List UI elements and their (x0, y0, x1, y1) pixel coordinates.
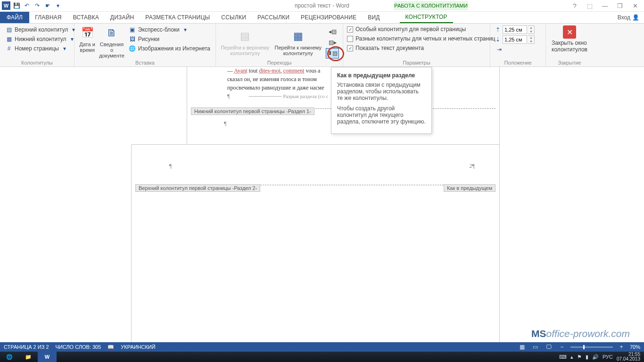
volume-icon[interactable]: 🔊 (592, 354, 599, 360)
page-number-icon: # (5, 45, 13, 52)
zoom-out-button[interactable]: − (557, 343, 567, 351)
goto-footer-button[interactable]: ▦Перейти к нижнемуколонтитулу (273, 29, 323, 56)
quick-access-toolbar: W 💾 ↶ ↷ ☛ ▾ (0, 1, 64, 10)
goto-header-icon: ▤ (238, 29, 253, 44)
previous-section-button[interactable]: ◂▤ (326, 26, 339, 37)
qat-dropdown-icon[interactable]: ▾ (54, 1, 62, 10)
footer-from-bottom-input[interactable]: ⇣▲▼ (494, 35, 535, 44)
group-label: Закрытие (550, 59, 589, 66)
link-to-previous-button[interactable]: ⬍▤ (326, 48, 339, 58)
tab-page-layout[interactable]: РАЗМЕТКА СТРАНИЦЫ (140, 12, 215, 23)
tooltip-title: Как в предыдущем разделе (337, 72, 426, 79)
ribbon-display-icon[interactable]: ⬚ (584, 1, 596, 10)
group-options: ✓Особый колонтитул для первой страницы Р… (343, 24, 490, 66)
taskbar-word-icon[interactable]: W (38, 352, 57, 362)
system-tray: ⌨ ▴ ⚑ ▮ 🔊 РУС 21:5507.04.2013 (559, 352, 644, 362)
taskbar-ie-icon[interactable]: 🌐 (0, 352, 19, 362)
status-language[interactable]: УКРАИНСКИЙ (121, 344, 155, 350)
footer-icon: ▦ (5, 35, 13, 43)
window-title: простой текст - Word (0, 2, 644, 9)
insert-alignment-tab-button[interactable]: ⇥ (494, 45, 535, 54)
tab-view[interactable]: ВИД (362, 12, 385, 23)
quick-parts-icon: ▣ (129, 26, 136, 33)
network-icon[interactable]: ▮ (586, 354, 588, 360)
tab-header-footer-design[interactable]: КОНСТРУКТОР (400, 12, 453, 23)
header-icon: ▤ (5, 26, 13, 33)
ribbon: ▤Верхний колонтитул▾ ▦Нижний колонтитул▾… (0, 24, 644, 67)
web-layout-view-icon[interactable]: 🖵 (544, 343, 553, 351)
print-layout-view-icon[interactable]: ▦ (518, 343, 527, 351)
zoom-in-button[interactable]: + (617, 343, 626, 351)
window-controls: ? ⬚ — ❐ ✕ (569, 1, 644, 10)
tab-file[interactable]: ФАЙЛ (0, 12, 29, 23)
footer-button[interactable]: ▦Нижний колонтитул▾ (4, 35, 79, 43)
globe-icon: 🌐 (129, 45, 136, 52)
group-label: Переходы (220, 59, 339, 66)
page-number-button[interactable]: #Номер страницы▾ (4, 44, 79, 53)
zoom-level[interactable]: 70% (630, 344, 640, 350)
group-label: Параметры (347, 59, 486, 66)
save-icon[interactable]: 💾 (12, 1, 21, 10)
tab-references[interactable]: ССЫЛКИ (215, 12, 252, 23)
group-insert: 📅Дата и время 🗎Сведения о документе ▣Экс… (74, 24, 216, 66)
maximize-icon[interactable]: ❐ (614, 1, 626, 10)
group-label: Колонтитулы (4, 59, 70, 66)
close-icon[interactable]: ✕ (629, 1, 641, 10)
next-section-button[interactable]: ▤▸ (326, 37, 339, 48)
windows-taskbar: 🌐 📁 W ⌨ ▴ ⚑ ▮ 🔊 РУС 21:5507.04.2013 (0, 352, 644, 362)
tab-mailings[interactable]: РАССЫЛКИ (252, 12, 295, 23)
taskbar-clock[interactable]: 21:5507.04.2013 (617, 352, 640, 362)
header-from-top-input[interactable]: ⇡▲▼ (494, 25, 535, 34)
goto-footer-icon: ▦ (290, 29, 305, 44)
same-as-previous-tag: Как в предыдущем (444, 184, 495, 192)
tab-design[interactable]: ДИЗАЙН (105, 12, 140, 23)
word-app-icon[interactable]: W (2, 1, 10, 10)
flag-icon[interactable]: ⚑ (577, 354, 582, 360)
sign-in[interactable]: Вход👤 (613, 12, 644, 23)
previous-icon: ◂▤ (329, 28, 337, 35)
document-icon: 🗎 (104, 25, 119, 41)
tooltip-text: Чтобы создать другой колонтитул для теку… (337, 105, 426, 125)
paragraph-mark: ¶ (169, 162, 172, 170)
tab-home[interactable]: ГЛАВНАЯ (29, 12, 67, 23)
title-bar: W 💾 ↶ ↷ ☛ ▾ простой текст - Word РАБОТА … (0, 0, 644, 12)
input-language[interactable]: РУС (603, 354, 613, 360)
status-page[interactable]: СТРАНИЦА 2 ИЗ 2 (4, 344, 49, 350)
tray-up-icon[interactable]: ▴ (570, 354, 573, 360)
user-icon: 👤 (632, 14, 639, 21)
document-canvas[interactable]: — Avant tout dites-moi, comment vous a с… (0, 67, 644, 342)
different-odd-even-checkbox[interactable]: Разные колонтитулы для четных и нечетных… (347, 35, 495, 42)
read-mode-view-icon[interactable]: ▭ (531, 343, 540, 351)
redo-icon[interactable]: ↷ (33, 1, 41, 10)
help-icon[interactable]: ? (569, 1, 581, 10)
tab-icon: ⇥ (495, 46, 503, 53)
picture-icon: 🖼 (129, 35, 136, 43)
tab-insert[interactable]: ВСТАВКА (67, 12, 105, 23)
pictures-button[interactable]: 🖼Рисунки (127, 35, 212, 43)
header-button[interactable]: ▤Верхний колонтитул▾ (4, 25, 79, 34)
ribbon-tabs: ФАЙЛ ГЛАВНАЯ ВСТАВКА ДИЗАЙН РАЗМЕТКА СТР… (0, 12, 644, 24)
group-label: Положение (494, 59, 542, 66)
minimize-icon[interactable]: — (599, 1, 611, 10)
close-header-footer-button[interactable]: ✕ Закрыть окноколонтитулов (550, 25, 589, 53)
different-first-page-checkbox[interactable]: ✓Особый колонтитул для первой страницы (347, 25, 495, 33)
tab-review[interactable]: РЕЦЕНЗИРОВАНИЕ (295, 12, 362, 23)
calendar-icon: 📅 (80, 25, 95, 41)
touch-keyboard-icon[interactable]: ⌨ (559, 354, 567, 360)
document-info-button[interactable]: 🗎Сведения о документе (99, 25, 124, 58)
undo-icon[interactable]: ↶ (23, 1, 31, 10)
date-time-button[interactable]: 📅Дата и время (78, 25, 96, 53)
taskbar-explorer-icon[interactable]: 📁 (19, 352, 38, 362)
tooltip-text: Установка связи с предыдущим разделом, ч… (337, 82, 426, 101)
goto-header-button: ▤Перейти к верхнемуколонтитулу (220, 29, 270, 56)
touch-mode-icon[interactable]: ☛ (43, 1, 52, 10)
proofing-icon[interactable]: 📖 (107, 344, 114, 350)
zoom-slider[interactable] (570, 346, 613, 348)
status-word-count[interactable]: ЧИСЛО СЛОВ: 305 (56, 344, 101, 350)
quick-parts-button[interactable]: ▣Экспресс-блоки▾ (127, 25, 212, 34)
contextual-tab-title: РАБОТА С КОЛОНТИТУЛАМИ (394, 1, 468, 10)
online-pictures-button[interactable]: 🌐Изображения из Интернета (127, 44, 212, 53)
show-document-text-checkbox[interactable]: ✓Показать текст документа (347, 44, 495, 52)
group-header-footer: ▤Верхний колонтитул▾ ▦Нижний колонтитул▾… (0, 24, 74, 66)
paragraph-mark: ¶ (224, 119, 226, 128)
